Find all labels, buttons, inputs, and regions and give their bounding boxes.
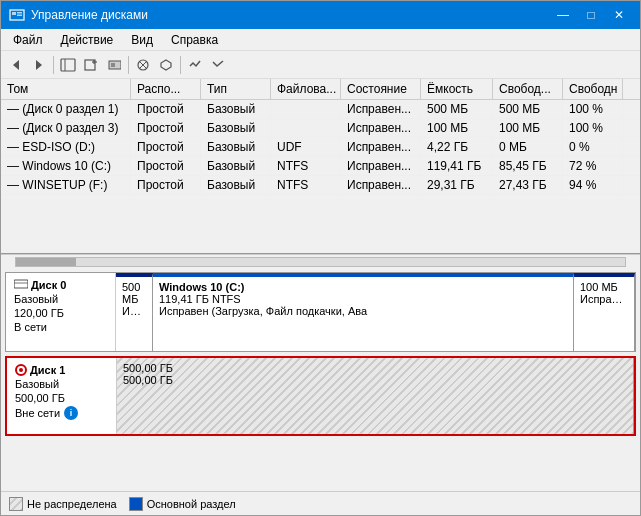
toolbar-btn3[interactable] xyxy=(103,54,125,76)
svg-marker-4 xyxy=(13,60,19,70)
disk-status: В сети xyxy=(14,321,107,333)
disk-area: Диск 0Базовый120,00 ГБВ сети500 МБИсправ… xyxy=(1,268,640,491)
table-cell: Базовый xyxy=(201,119,271,137)
col-header-file[interactable]: Файлова... xyxy=(271,79,341,99)
title-bar: Управление дисками — □ ✕ xyxy=(1,1,640,29)
svg-rect-16 xyxy=(14,280,28,288)
toolbar xyxy=(1,51,640,79)
toolbar-btn2[interactable] xyxy=(80,54,102,76)
table-cell: Базовый xyxy=(201,100,271,118)
disk-label-disk0: Диск 0Базовый120,00 ГБВ сети xyxy=(6,273,116,351)
partition-status: Исправен (Ши xyxy=(580,293,628,305)
table-row[interactable]: — WINSETUP (F:)ПростойБазовыйNTFSИсправе… xyxy=(1,176,640,195)
legend-box-blue xyxy=(129,497,143,511)
svg-rect-3 xyxy=(17,15,22,17)
table-cell: — (Диск 0 раздел 3) xyxy=(1,119,131,137)
table-cell: 119,41 ГБ xyxy=(421,157,493,175)
disk-partitions: 500 МБИсправен (Раздел воWindows 10 (C:)… xyxy=(116,273,635,351)
legend-main-partition-label: Основной раздел xyxy=(147,498,236,510)
table-cell: 0 % xyxy=(563,138,623,156)
col-header-sost[interactable]: Состояние xyxy=(341,79,421,99)
main-window: Управление дисками — □ ✕ Файл Действие В… xyxy=(0,0,641,516)
toolbar-btn4[interactable] xyxy=(132,54,154,76)
toolbar-btn6[interactable] xyxy=(184,54,206,76)
table-cell: Простой xyxy=(131,119,201,137)
legend-box-striped xyxy=(9,497,23,511)
menu-bar: Файл Действие Вид Справка xyxy=(1,29,640,51)
partition-unallocated[interactable]: 500,00 ГБ500,00 ГБ xyxy=(117,358,634,434)
partition-size: 500,00 ГБ xyxy=(123,362,627,374)
partition-system[interactable]: 500 МБИсправен (Раздел во xyxy=(116,273,153,351)
table-cell: 94 % xyxy=(563,176,623,194)
window-title: Управление дисками xyxy=(31,8,148,22)
col-header-rasp[interactable]: Распо... xyxy=(131,79,201,99)
disk-label-disk1: Диск 1Базовый500,00 ГБВне сетиi xyxy=(7,358,117,434)
menu-file[interactable]: Файл xyxy=(5,31,51,49)
table-row[interactable]: — (Диск 0 раздел 3)ПростойБазовыйИсправе… xyxy=(1,119,640,138)
table-cell: Исправен... xyxy=(341,138,421,156)
close-button[interactable]: ✕ xyxy=(606,5,632,25)
toolbar-sep3 xyxy=(180,56,181,74)
h-scrollbar[interactable] xyxy=(1,254,640,268)
svg-rect-1 xyxy=(12,12,16,15)
table-row[interactable]: — (Диск 0 раздел 1)ПростойБазовыйИсправе… xyxy=(1,100,640,119)
table-cell: 500 МБ xyxy=(421,100,493,118)
table-cell: UDF xyxy=(271,138,341,156)
table-area: Том Распо... Тип Файлова... Состояние Ём… xyxy=(1,79,640,254)
partition-system2[interactable]: 100 МБИсправен (Ши xyxy=(574,273,635,351)
disk-partitions: 500,00 ГБ500,00 ГБ xyxy=(117,358,634,434)
disk-icon xyxy=(14,279,28,291)
toolbar-btn1[interactable] xyxy=(57,54,79,76)
toolbar-sep2 xyxy=(128,56,129,74)
col-header-svob1[interactable]: Свобод... xyxy=(493,79,563,99)
disk-row-disk0[interactable]: Диск 0Базовый120,00 ГБВ сети500 МБИсправ… xyxy=(5,272,636,352)
table-cell xyxy=(271,100,341,118)
table-row[interactable]: — Windows 10 (C:)ПростойБазовыйNTFSИспра… xyxy=(1,157,640,176)
menu-action[interactable]: Действие xyxy=(53,31,122,49)
table-cell: Простой xyxy=(131,138,201,156)
legend-area: Не распределена Основной раздел xyxy=(1,491,640,515)
table-cell: Простой xyxy=(131,100,201,118)
table-cell: Исправен... xyxy=(341,157,421,175)
partition-size: 500 МБ xyxy=(122,281,146,305)
toolbar-sep1 xyxy=(53,56,54,74)
table-cell: 27,43 ГБ xyxy=(493,176,563,194)
svg-rect-6 xyxy=(61,59,75,71)
partition-label: 500,00 ГБ xyxy=(123,374,627,386)
table-cell: 100 % xyxy=(563,100,623,118)
table-cell: 85,45 ГБ xyxy=(493,157,563,175)
col-header-tip[interactable]: Тип xyxy=(201,79,271,99)
table-cell: Исправен... xyxy=(341,100,421,118)
maximize-button[interactable]: □ xyxy=(578,5,604,25)
table-cell xyxy=(271,119,341,137)
info-icon: i xyxy=(64,406,78,420)
menu-help[interactable]: Справка xyxy=(163,31,226,49)
table-header: Том Распо... Тип Файлова... Состояние Ём… xyxy=(1,79,640,100)
table-cell: 100 % xyxy=(563,119,623,137)
partition-main[interactable]: Windows 10 (C:)119,41 ГБ NTFSИсправен (З… xyxy=(153,273,574,351)
col-header-tom[interactable]: Том xyxy=(1,79,131,99)
disk-type: Базовый xyxy=(15,378,108,390)
svg-marker-5 xyxy=(36,60,42,70)
table-cell: 29,31 ГБ xyxy=(421,176,493,194)
table-cell: NTFS xyxy=(271,157,341,175)
disk-name: Диск 1 xyxy=(15,364,108,376)
toolbar-btn7[interactable] xyxy=(207,54,229,76)
disk-name-text: Диск 1 xyxy=(30,364,65,376)
menu-view[interactable]: Вид xyxy=(123,31,161,49)
table-row[interactable]: — ESD-ISO (D:)ПростойБазовыйUDFИсправен.… xyxy=(1,138,640,157)
title-bar-left: Управление дисками xyxy=(9,7,148,23)
app-icon xyxy=(9,7,25,23)
col-header-svob2[interactable]: Свободн xyxy=(563,79,623,99)
partition-size: 119,41 ГБ NTFS xyxy=(159,293,567,305)
table-cell: Базовый xyxy=(201,176,271,194)
disk-row-disk1[interactable]: Диск 1Базовый500,00 ГБВне сетиi500,00 ГБ… xyxy=(5,356,636,436)
table-cell: Базовый xyxy=(201,157,271,175)
minimize-button[interactable]: — xyxy=(550,5,576,25)
toolbar-forward[interactable] xyxy=(28,54,50,76)
toolbar-back[interactable] xyxy=(5,54,27,76)
disk-size: 500,00 ГБ xyxy=(15,392,108,404)
toolbar-btn5[interactable] xyxy=(155,54,177,76)
col-header-emk[interactable]: Ёмкость xyxy=(421,79,493,99)
svg-rect-12 xyxy=(111,63,115,67)
